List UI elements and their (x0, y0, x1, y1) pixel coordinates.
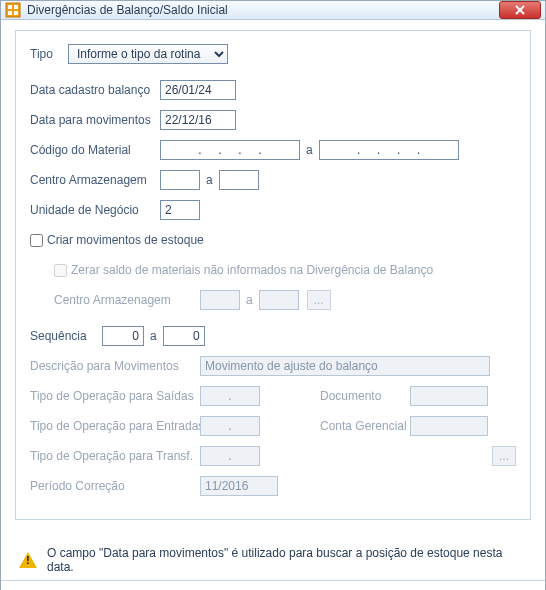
centro-arm2-from-input (200, 290, 240, 310)
centro-arm-to-input[interactable] (219, 170, 259, 190)
form-panel: Tipo Informe o tipo da rotina Data cadas… (15, 30, 531, 520)
codigo-material-sep: a (306, 143, 313, 157)
unidade-negocio-input[interactable] (160, 200, 200, 220)
svg-rect-2 (14, 5, 18, 9)
data-mov-label: Data para movimentos (30, 113, 160, 127)
codigo-material-from-input[interactable] (160, 140, 300, 160)
centro-arm-label: Centro Armazenagem (30, 173, 160, 187)
sequencia-label: Sequência (30, 329, 102, 343)
descricao-mov-input (200, 356, 490, 376)
app-icon (5, 2, 21, 18)
tipo-op-transf-label: Tipo de Operação para Transf. (30, 449, 200, 463)
centro-arm-from-input[interactable] (160, 170, 200, 190)
svg-rect-1 (8, 5, 12, 9)
tipo-select[interactable]: Informe o tipo da rotina (68, 44, 228, 64)
warning-row: O campo "Data para movimentos" é utiliza… (15, 546, 531, 574)
zerar-saldo-checkbox-wrap: Zerar saldo de materiais não informados … (54, 263, 433, 277)
dialog-window: Divergências de Balanço/Saldo Inicial Ti… (0, 0, 546, 590)
titlebar: Divergências de Balanço/Saldo Inicial (1, 1, 545, 20)
centro-arm2-sep: a (246, 293, 253, 307)
warning-text: O campo "Data para movimentos" é utiliza… (47, 546, 531, 574)
centro-arm2-to-input (259, 290, 299, 310)
documento-input (410, 386, 488, 406)
footer: Confirmar Relatório Cancelar (1, 580, 545, 590)
sequencia-sep: a (150, 329, 157, 343)
tipo-op-saidas-label: Tipo de Operação para Saídas (30, 389, 200, 403)
documento-label: Documento (320, 389, 410, 403)
centro-arm2-label: Centro Armazenagem (30, 293, 200, 307)
svg-rect-4 (14, 11, 18, 15)
criar-mov-label: Criar movimentos de estoque (47, 233, 204, 247)
tipo-op-entradas-label: Tipo de Operação para Entradas (30, 419, 200, 433)
warning-icon (19, 552, 37, 568)
data-cadastro-input[interactable] (160, 80, 236, 100)
data-cadastro-label: Data cadastro balanço (30, 83, 160, 97)
descricao-mov-label: Descrição para Movimentos (30, 359, 200, 373)
conta-gerencial-input (410, 416, 488, 436)
conta-gerencial-label: Conta Gerencial (320, 419, 410, 433)
window-title: Divergências de Balanço/Saldo Inicial (27, 3, 499, 17)
svg-rect-3 (8, 11, 12, 15)
criar-mov-checkbox[interactable] (30, 234, 43, 247)
sequencia-from-input[interactable] (102, 326, 144, 346)
tipo-label: Tipo (30, 47, 68, 61)
periodo-correcao-input (200, 476, 278, 496)
tipo-op-entradas-input (200, 416, 260, 436)
centro-arm-sep: a (206, 173, 213, 187)
periodo-correcao-label: Período Correção (30, 479, 200, 493)
codigo-material-to-input[interactable] (319, 140, 459, 160)
conta-gerencial-lookup-button: ... (492, 446, 516, 466)
criar-mov-checkbox-wrap[interactable]: Criar movimentos de estoque (30, 233, 204, 247)
close-button[interactable] (499, 1, 541, 19)
tipo-op-transf-input (200, 446, 260, 466)
zerar-saldo-checkbox (54, 264, 67, 277)
tipo-op-saidas-input (200, 386, 260, 406)
unidade-negocio-label: Unidade de Negócio (30, 203, 160, 217)
sequencia-to-input[interactable] (163, 326, 205, 346)
zerar-saldo-label: Zerar saldo de materiais não informados … (71, 263, 433, 277)
close-icon (515, 5, 525, 15)
codigo-material-label: Código do Material (30, 143, 160, 157)
content-area: Tipo Informe o tipo da rotina Data cadas… (1, 20, 545, 580)
data-mov-input[interactable] (160, 110, 236, 130)
centro-arm2-lookup-button: ... (307, 290, 331, 310)
